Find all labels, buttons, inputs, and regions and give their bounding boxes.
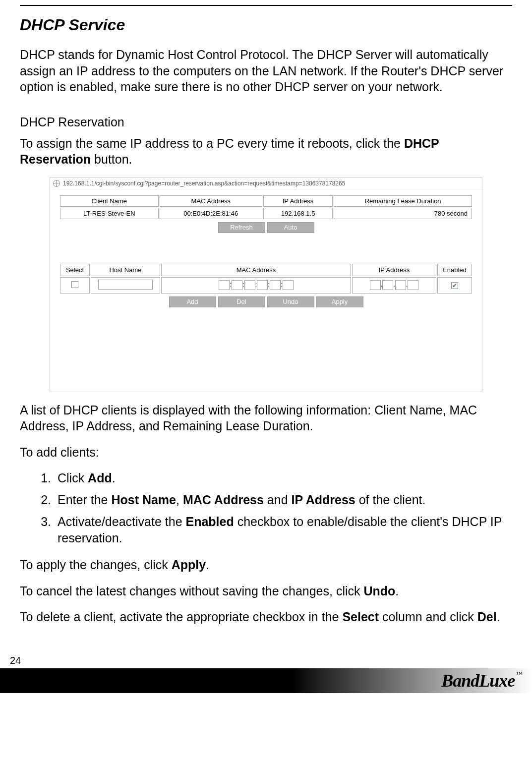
- brand-logo: BandLuxe™: [441, 670, 522, 691]
- url-text: 192.168.1.1/cgi-bin/sysconf.cgi?page=rou…: [63, 180, 345, 187]
- undo-instruction: To cancel the latest changes without sav…: [20, 583, 512, 599]
- text-fragment: Activate/deactivate the: [58, 515, 185, 528]
- text-fragment: button.: [91, 152, 132, 166]
- text-fragment: .: [112, 471, 116, 485]
- text-fragment-bold: Enabled: [185, 515, 234, 528]
- table-row: ::::: ... ✔: [60, 277, 472, 293]
- embedded-screenshot: 192.168.1.1/cgi-bin/sysconf.cgi?page=rou…: [50, 177, 482, 392]
- col-lease-duration: Remaining Lease Duration: [334, 195, 472, 207]
- ip-input[interactable]: [370, 280, 381, 290]
- cell-lease: 780 second: [334, 208, 472, 219]
- text-fragment: of the client.: [355, 493, 426, 507]
- text-fragment: column and click: [379, 610, 477, 624]
- mac-input[interactable]: [219, 280, 230, 290]
- text-fragment: ,: [176, 493, 183, 507]
- delete-instruction: To delete a client, activate the appropr…: [20, 609, 512, 625]
- add-clients-steps: Click Add. Enter the Host Name, MAC Addr…: [55, 470, 512, 547]
- ip-input[interactable]: [395, 280, 406, 290]
- dhcp-reservation-heading: DHCP Reservation: [20, 115, 512, 129]
- cell-ip: ...: [352, 277, 436, 293]
- text-fragment: To assign the same IP address to a PC ev…: [20, 136, 404, 150]
- cell-ip: 192.168.1.5: [263, 208, 333, 219]
- globe-icon: [53, 180, 60, 187]
- text-fragment-bold: MAC Address: [183, 493, 264, 507]
- reservation-instruction: To assign the same IP address to a PC ev…: [20, 135, 512, 168]
- step-3: Activate/deactivate the Enabled checkbox…: [55, 514, 512, 547]
- step-2: Enter the Host Name, MAC Address and IP …: [55, 492, 512, 509]
- mac-input[interactable]: [244, 280, 255, 290]
- col-client-name: Client Name: [60, 195, 159, 207]
- col-enabled: Enabled: [437, 264, 472, 276]
- col-host-name: Host Name: [91, 264, 160, 276]
- page-footer: 24 BandLuxe™: [0, 655, 532, 693]
- table-header-row: Client Name MAC Address IP Address Remai…: [60, 195, 472, 207]
- intro-paragraph: DHCP stands for Dynamic Host Control Pro…: [20, 47, 512, 95]
- apply-instruction: To apply the changes, click Apply.: [20, 557, 512, 573]
- brand-text: BandLuxe: [441, 671, 515, 691]
- undo-button[interactable]: Undo: [267, 296, 314, 307]
- clients-list-description: A list of DHCP clients is displayed with…: [20, 402, 512, 434]
- text-fragment-bold: Apply: [172, 558, 206, 572]
- trademark-symbol: ™: [516, 670, 522, 678]
- text-fragment-bold: Del: [477, 610, 497, 624]
- cell-select: [60, 277, 90, 293]
- table-row: LT-RES-Steve-EN 00:E0:4D:2E:81:46 192.16…: [60, 208, 472, 219]
- page-number: 24: [0, 655, 532, 666]
- apply-button[interactable]: Apply: [316, 296, 363, 307]
- footer-bar: BandLuxe™: [0, 668, 532, 693]
- cell-host-name: [91, 277, 160, 293]
- text-fragment: To delete a client, activate the appropr…: [20, 610, 342, 624]
- host-name-input[interactable]: [98, 280, 153, 290]
- text-fragment: and: [264, 493, 292, 507]
- dhcp-clients-table: Client Name MAC Address IP Address Remai…: [59, 194, 473, 220]
- text-fragment: .: [206, 558, 209, 572]
- text-fragment-bold: Undo: [363, 584, 395, 598]
- auto-button[interactable]: Auto: [267, 222, 314, 233]
- text-fragment-bold: IP Address: [292, 493, 355, 507]
- col-mac-address: MAC Address: [161, 264, 351, 276]
- text-fragment: .: [395, 584, 399, 598]
- enabled-checkbox[interactable]: ✔: [451, 282, 458, 289]
- text-fragment: To apply the changes, click: [20, 558, 172, 572]
- url-bar: 192.168.1.1/cgi-bin/sysconf.cgi?page=rou…: [50, 178, 482, 189]
- reservation-edit-table: Select Host Name MAC Address IP Address …: [59, 263, 473, 294]
- col-mac-address: MAC Address: [160, 195, 262, 207]
- text-fragment: .: [497, 610, 500, 624]
- text-fragment: To cancel the latest changes without sav…: [20, 584, 363, 598]
- cell-mac: 00:E0:4D:2E:81:46: [160, 208, 262, 219]
- add-button[interactable]: Add: [169, 296, 216, 307]
- mac-input[interactable]: [257, 280, 268, 290]
- del-button[interactable]: Del: [218, 296, 265, 307]
- col-select: Select: [60, 264, 90, 276]
- col-ip-address: IP Address: [263, 195, 333, 207]
- cell-enabled: ✔: [437, 277, 472, 293]
- cell-client-name: LT-RES-Steve-EN: [60, 208, 159, 219]
- text-fragment-bold: Select: [342, 610, 379, 624]
- text-fragment: Click: [58, 471, 88, 485]
- mac-input[interactable]: [270, 280, 281, 290]
- ip-input[interactable]: [382, 280, 393, 290]
- text-fragment: Enter the: [58, 493, 111, 507]
- col-ip-address: IP Address: [352, 264, 436, 276]
- top-rule: [20, 5, 512, 6]
- add-clients-label: To add clients:: [20, 444, 512, 461]
- mac-input[interactable]: [232, 280, 242, 290]
- ip-input[interactable]: [408, 280, 418, 290]
- button-row-2: Add Del Undo Apply: [59, 296, 473, 307]
- text-fragment-bold: Host Name: [111, 493, 176, 507]
- refresh-button[interactable]: Refresh: [218, 222, 265, 233]
- section-title: DHCP Service: [20, 16, 512, 34]
- button-row-1: Refresh Auto: [59, 222, 473, 233]
- select-checkbox[interactable]: [71, 281, 78, 288]
- mac-input[interactable]: [283, 280, 294, 290]
- text-fragment-bold: Add: [88, 471, 112, 485]
- table-header-row: Select Host Name MAC Address IP Address …: [60, 264, 472, 276]
- step-1: Click Add.: [55, 470, 512, 487]
- cell-mac: :::::: [161, 277, 351, 293]
